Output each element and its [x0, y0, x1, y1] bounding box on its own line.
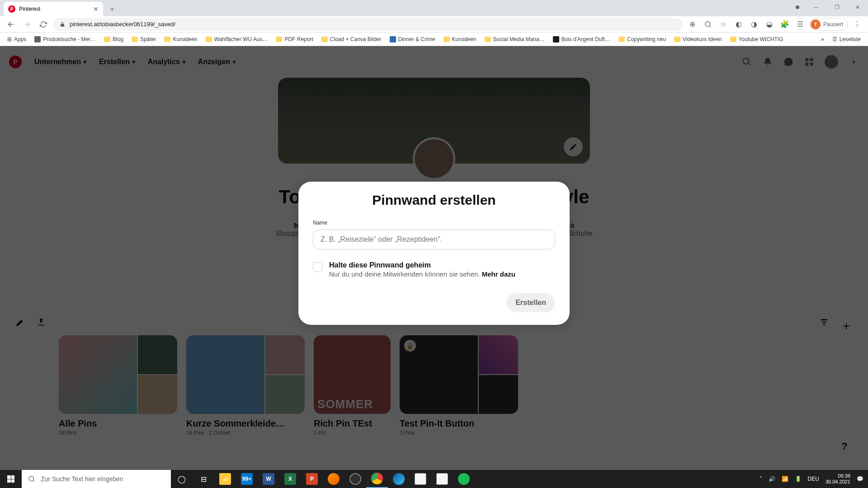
profile-avatar-small: T	[811, 19, 821, 29]
language-indicator[interactable]: DEU	[808, 476, 819, 482]
extension-icon-1[interactable]: ◐	[732, 18, 745, 31]
bookmark-item[interactable]: PDF Report	[273, 34, 316, 44]
cortana-icon[interactable]: ⊟	[193, 470, 214, 488]
bookmarks-overflow[interactable]: »	[818, 34, 827, 44]
search-icon	[28, 475, 35, 483]
maximize-button[interactable]: ❐	[826, 0, 847, 14]
excel-icon[interactable]: X	[279, 470, 301, 488]
edge-icon[interactable]	[388, 470, 410, 488]
extension-icon-3[interactable]: ◒	[763, 18, 776, 31]
folder-icon	[164, 37, 170, 42]
spotify-icon[interactable]	[453, 470, 475, 488]
firefox-icon[interactable]	[323, 470, 344, 488]
browser-tab[interactable]: P Pinterest ✕	[4, 2, 103, 16]
folder-icon	[730, 37, 736, 42]
url-field[interactable]: pinterest.at/tobiasbecker061199/_saved/	[53, 18, 683, 31]
windows-taskbar: Zur Suche Text hier eingeben ◯ ⊟ 📁 99+ W…	[0, 470, 868, 488]
reload-button[interactable]	[37, 18, 50, 31]
bookmark-item[interactable]: Youtube WICHTIG	[727, 34, 786, 44]
bookmark-item[interactable]: Blog	[101, 34, 126, 44]
wifi-icon[interactable]: 📶	[782, 476, 788, 482]
bookmark-item[interactable]: Wahlfächer WU Aus…	[203, 34, 271, 44]
new-tab-button[interactable]: ＋	[106, 3, 118, 15]
bookmark-item[interactable]: Bois d'Argent Duft…	[550, 34, 613, 44]
learn-more-link[interactable]: Mehr dazu	[482, 270, 515, 278]
wordpad-icon[interactable]	[431, 470, 453, 488]
board-name-input[interactable]	[313, 230, 555, 249]
secret-board-description: Nur du und deine Mitwirkenden können sie…	[329, 270, 515, 278]
create-button[interactable]: Erstellen	[506, 293, 555, 312]
modal-title: Pinnwand erstellen	[313, 192, 555, 208]
taskbar-search[interactable]: Zur Suche Text hier eingeben	[22, 470, 171, 488]
minimize-button[interactable]: ─	[806, 0, 826, 14]
powerpoint-icon[interactable]: P	[301, 470, 323, 488]
close-window-button[interactable]: ✕	[847, 0, 868, 14]
bookmark-icon	[553, 36, 559, 42]
browser-tab-strip: P Pinterest ✕ ＋ ─ ❐ ✕	[0, 0, 868, 16]
folder-icon	[132, 37, 138, 42]
folder-icon	[276, 37, 282, 42]
bookmark-star-icon[interactable]: ☆	[717, 18, 730, 31]
back-button[interactable]	[5, 18, 17, 31]
bookmark-item[interactable]: Kursideen	[161, 34, 200, 44]
bookmark-item[interactable]: Produktsuche - Mer…	[32, 34, 99, 44]
apps-button[interactable]: ⊞ Apps	[5, 34, 29, 44]
start-button[interactable]	[0, 470, 22, 488]
folder-icon	[104, 37, 110, 42]
task-view-icon[interactable]: ◯	[171, 470, 193, 488]
paused-label: Pausiert	[823, 21, 843, 28]
action-center-icon[interactable]: 💬	[857, 476, 863, 482]
tray-chevron-up-icon[interactable]: ˄	[760, 476, 762, 482]
bookmark-item[interactable]: Videokurs Ideen	[671, 34, 725, 44]
bookmark-item[interactable]: Cload + Canva Bilder	[319, 34, 384, 44]
folder-icon	[443, 37, 450, 42]
reading-list-icon[interactable]: ☰	[794, 18, 807, 31]
word-icon[interactable]: W	[258, 470, 279, 488]
bookmark-item[interactable]: Copywriting neu	[616, 34, 669, 44]
secret-board-checkbox[interactable]	[313, 262, 323, 272]
forward-button[interactable]	[21, 18, 33, 31]
folder-icon	[485, 37, 491, 42]
url-text: pinterest.at/tobiasbecker061199/_saved/	[70, 21, 175, 28]
bookmark-icon	[390, 36, 396, 42]
clock[interactable]: 09:38 30.04.2021	[826, 473, 850, 485]
folder-icon	[674, 37, 680, 42]
folder-icon	[618, 37, 625, 42]
bookmark-item[interactable]: Kursideen	[441, 34, 479, 44]
apps-grid-icon: ⊞	[7, 36, 12, 42]
battery-icon[interactable]: 🔋	[795, 476, 802, 482]
search-placeholder: Zur Suche Text hier eingeben	[41, 475, 123, 483]
list-icon: ☰	[832, 36, 837, 42]
profile-dot	[796, 5, 799, 9]
bookmark-item[interactable]: Dinner & Crime	[387, 34, 438, 44]
file-explorer-icon[interactable]: 📁	[214, 470, 236, 488]
extension-icon-2[interactable]: ◑	[748, 18, 760, 31]
mail-icon[interactable]: 99+	[236, 470, 258, 488]
volume-icon[interactable]: 🔊	[769, 476, 775, 482]
chrome-icon[interactable]	[366, 470, 388, 488]
bookmark-item[interactable]: Später	[129, 34, 159, 44]
folder-icon	[206, 37, 212, 42]
notepad-icon[interactable]	[410, 470, 431, 488]
address-bar-icons: ⊕ ☆ ◐ ◑ ◒ 🧩 ☰ T Pausiert ⋮	[686, 18, 863, 31]
profile-paused-button[interactable]: T Pausiert	[809, 18, 848, 31]
svg-point-0	[705, 22, 710, 27]
svg-point-1	[29, 476, 34, 481]
close-tab-icon[interactable]: ✕	[93, 5, 99, 13]
reading-list-button[interactable]: ☰Leseliste	[830, 34, 863, 44]
pinterest-favicon: P	[8, 5, 15, 13]
bookmarks-bar: ⊞ Apps Produktsuche - Mer… Blog Später K…	[0, 33, 868, 46]
zoom-icon[interactable]	[702, 18, 714, 31]
folder-icon	[321, 37, 328, 42]
browser-menu-icon[interactable]: ⋮	[851, 18, 863, 31]
tab-title: Pinterest	[19, 6, 40, 12]
name-label: Name	[313, 220, 555, 226]
taskbar-apps: ◯ ⊟ 📁 99+ W X P	[171, 470, 475, 488]
pinterest-page: P Unternehmen▾ Erstellen▾ Analytics▾ Anz…	[0, 46, 868, 470]
obs-icon[interactable]	[344, 470, 366, 488]
windows-logo-icon	[7, 475, 14, 483]
install-app-icon[interactable]: ⊕	[686, 18, 699, 31]
bookmark-item[interactable]: Social Media Mana…	[482, 34, 547, 44]
extensions-puzzle-icon[interactable]: 🧩	[778, 18, 791, 31]
create-board-modal: Pinnwand erstellen Name Halte diese Pinn…	[298, 182, 570, 325]
